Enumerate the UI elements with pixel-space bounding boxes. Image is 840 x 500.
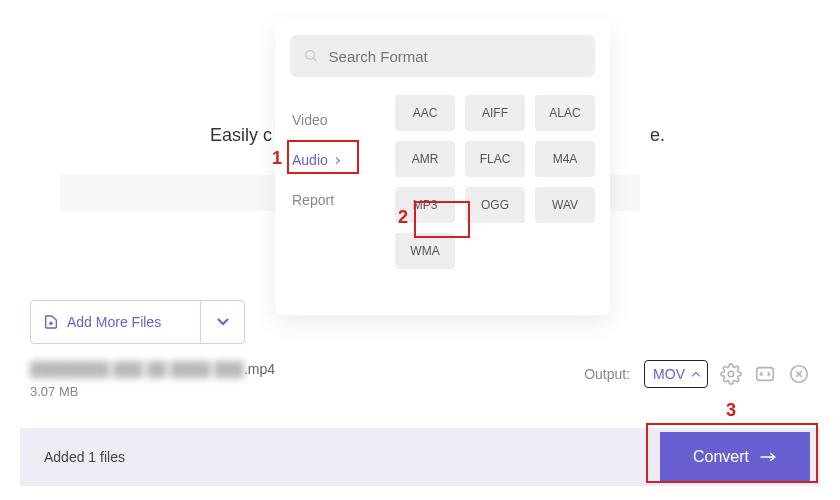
category-list: Video Audio Report bbox=[290, 95, 367, 269]
format-aiff[interactable]: AIFF bbox=[465, 95, 525, 131]
search-icon bbox=[304, 48, 319, 64]
output-format-value: MOV bbox=[653, 366, 685, 382]
output-format-select[interactable]: MOV bbox=[644, 360, 708, 388]
annotation-number-3: 3 bbox=[726, 400, 736, 421]
svg-point-2 bbox=[728, 371, 734, 377]
chevron-right-icon bbox=[333, 156, 340, 163]
add-more-files-label: Add More Files bbox=[67, 314, 161, 330]
chevron-up-icon bbox=[692, 372, 700, 380]
category-video[interactable]: Video bbox=[290, 100, 367, 140]
add-more-dropdown[interactable] bbox=[200, 301, 244, 343]
format-picker-panel: Video Audio Report AAC AIFF ALAC AMR FLA… bbox=[275, 20, 610, 315]
format-grid: AAC AIFF ALAC AMR FLAC M4A MP3 OGG WAV W… bbox=[395, 95, 595, 269]
edit-button[interactable] bbox=[754, 363, 776, 385]
format-amr[interactable]: AMR bbox=[395, 141, 455, 177]
format-mp3[interactable]: MP3 bbox=[395, 187, 455, 223]
remove-button[interactable] bbox=[788, 363, 810, 385]
convert-button[interactable]: Convert bbox=[660, 432, 810, 482]
file-name-blurred: ████████ ███ ██ ████ ███ bbox=[30, 361, 244, 377]
format-wav[interactable]: WAV bbox=[535, 187, 595, 223]
close-icon bbox=[788, 363, 810, 385]
category-audio[interactable]: Audio bbox=[290, 140, 367, 180]
format-ogg[interactable]: OGG bbox=[465, 187, 525, 223]
category-audio-label: Audio bbox=[292, 152, 328, 168]
add-file-icon bbox=[43, 313, 59, 331]
file-actions: Output: MOV bbox=[584, 360, 810, 388]
search-input[interactable] bbox=[329, 48, 581, 65]
file-extension: .mp4 bbox=[244, 361, 275, 377]
gear-icon bbox=[720, 363, 742, 385]
bottom-bar: Added 1 files Convert bbox=[20, 428, 820, 486]
svg-rect-3 bbox=[757, 368, 774, 381]
add-more-files-button[interactable]: Add More Files bbox=[31, 301, 200, 343]
svg-line-1 bbox=[313, 58, 317, 62]
format-alac[interactable]: ALAC bbox=[535, 95, 595, 131]
arrow-right-icon bbox=[759, 451, 777, 463]
settings-button[interactable] bbox=[720, 363, 742, 385]
convert-button-label: Convert bbox=[693, 448, 749, 466]
format-aac[interactable]: AAC bbox=[395, 95, 455, 131]
hero-text-right: e. bbox=[650, 125, 665, 146]
hero-text-left: Easily c bbox=[210, 125, 272, 146]
files-count-text: Added 1 files bbox=[44, 449, 125, 465]
format-flac[interactable]: FLAC bbox=[465, 141, 525, 177]
chevron-down-icon bbox=[217, 318, 229, 326]
format-wma[interactable]: WMA bbox=[395, 233, 455, 269]
add-more-files-bar: Add More Files bbox=[30, 300, 245, 344]
format-m4a[interactable]: M4A bbox=[535, 141, 595, 177]
svg-point-0 bbox=[306, 51, 315, 60]
category-report[interactable]: Report bbox=[290, 180, 367, 220]
format-search-box[interactable] bbox=[290, 35, 595, 77]
output-label: Output: bbox=[584, 366, 630, 382]
code-icon bbox=[754, 363, 776, 385]
